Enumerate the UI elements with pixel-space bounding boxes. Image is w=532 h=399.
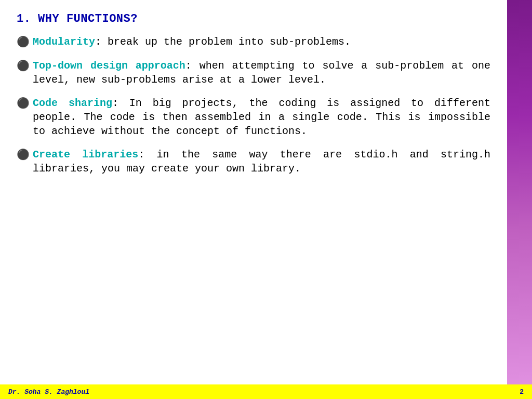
bullet-icon: ⚫ xyxy=(17,59,30,73)
bullet-text-1: Modularity: break up the problem into su… xyxy=(33,35,490,49)
slide-title: 1. WHY FUNCTIONS? xyxy=(17,12,490,25)
footer-author: Dr. Soha S. Zaghloul xyxy=(8,388,89,396)
list-item: ⚫ Modularity: break up the problem into … xyxy=(17,35,490,49)
bullet-icon: ⚫ xyxy=(17,148,30,162)
footer-bar: Dr. Soha S. Zaghloul 2 xyxy=(0,384,532,399)
bullet-list: ⚫ Modularity: break up the problem into … xyxy=(17,35,490,376)
footer-page-number: 2 xyxy=(520,388,524,396)
list-item: ⚫ Create libraries: in the same way ther… xyxy=(17,148,490,176)
term-libraries: Create libraries xyxy=(33,149,138,161)
bullet-text-3: Code sharing: In big projects, the codin… xyxy=(33,96,490,138)
bullet-icon: ⚫ xyxy=(17,35,30,49)
decorative-sidebar xyxy=(507,0,532,384)
list-item: ⚫ Code sharing: In big projects, the cod… xyxy=(17,96,490,138)
bullet-text-4: Create libraries: in the same way there … xyxy=(33,148,490,176)
term-codesharing: Code sharing xyxy=(33,97,112,109)
bullet-icon: ⚫ xyxy=(17,97,30,111)
slide-main-content: 1. WHY FUNCTIONS? ⚫ Modularity: break up… xyxy=(0,0,507,384)
bullet-desc-1: : break up the problem into sub-problems… xyxy=(95,36,351,48)
list-item: ⚫ Top-down design approach: when attempt… xyxy=(17,59,490,87)
bullet-text-2: Top-down design approach: when attemptin… xyxy=(33,59,490,87)
term-modularity: Modularity xyxy=(33,36,95,48)
term-topdown: Top-down design approach xyxy=(33,60,185,72)
